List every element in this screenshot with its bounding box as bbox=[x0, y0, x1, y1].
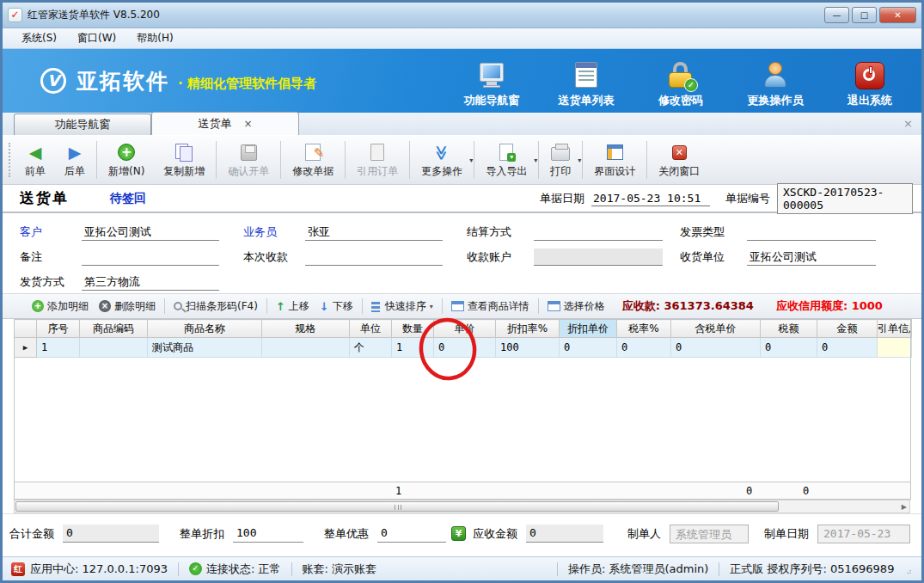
col-header-tax-amount[interactable]: 税额 bbox=[761, 320, 817, 338]
modify-order-button[interactable]: 修改单据 bbox=[283, 136, 343, 184]
doc-no-field: XSCKD-20170523-000005 bbox=[777, 183, 913, 214]
salesman-field[interactable]: 张亚 bbox=[305, 224, 443, 241]
cell-discount-rate[interactable]: 100 bbox=[496, 338, 560, 358]
scroll-right-arrow-icon[interactable]: ▶ bbox=[902, 503, 907, 511]
main-toolbar: ◀ 前单 ▶ 后单 + 新增(N) 复制新增 确认开单 修改单据 引用订单 bbox=[3, 136, 921, 185]
col-header-unit[interactable]: 单位 bbox=[350, 320, 392, 338]
make-date-label: 制单日期 bbox=[764, 526, 809, 542]
minimize-button[interactable]: — bbox=[824, 7, 849, 23]
magnifier-icon bbox=[174, 302, 182, 310]
move-down-button[interactable]: ↓下移 bbox=[315, 299, 358, 314]
select-price-button[interactable]: 选择价格 bbox=[542, 299, 610, 314]
cell-price-with-tax[interactable]: 0 bbox=[671, 338, 761, 358]
tab-close-icon[interactable]: × bbox=[243, 118, 252, 130]
print-button[interactable]: 打印 ▾ bbox=[541, 136, 580, 184]
col-header-price-with-tax[interactable]: 含税单价 bbox=[671, 320, 761, 338]
title-bar: ✓ 红管家送货单软件 V8.5.200 — □ ✕ bbox=[3, 3, 921, 28]
cell-unit[interactable]: 个 bbox=[350, 338, 392, 358]
col-header-discount-price[interactable]: 折扣单价 bbox=[560, 320, 617, 338]
copy-new-button[interactable]: 复制新增 bbox=[154, 136, 214, 184]
prev-order-button[interactable]: ◀ 前单 bbox=[15, 136, 55, 184]
total-amount-field[interactable]: 0 bbox=[63, 525, 159, 543]
horizontal-scrollbar[interactable]: ▶ bbox=[14, 500, 910, 513]
switch-operator-button[interactable]: 更换操作员 bbox=[739, 62, 811, 108]
add-detail-button[interactable]: +添加明细 bbox=[27, 299, 94, 314]
ship-method-field[interactable]: 第三方物流 bbox=[82, 273, 219, 291]
maximize-button[interactable]: □ bbox=[852, 7, 877, 23]
new-order-button[interactable]: + 新增(N) bbox=[99, 136, 154, 184]
cell-tax-rate[interactable]: 0 bbox=[617, 338, 671, 358]
exit-system-button[interactable]: 退出系统 bbox=[834, 62, 906, 108]
tab-nav-window[interactable]: 功能导航窗 bbox=[14, 114, 151, 135]
summary-row: 1 0 0 bbox=[14, 482, 911, 500]
cell-spec[interactable] bbox=[262, 338, 350, 358]
col-header-product-code[interactable]: 商品编码 bbox=[80, 320, 148, 338]
col-header-product-name[interactable]: 商品名称 bbox=[148, 320, 262, 338]
receiver-field[interactable]: 亚拓公司测试 bbox=[747, 249, 876, 266]
dropdown-caret-icon[interactable]: ▾ bbox=[534, 156, 537, 164]
doc-date-label: 单据日期 bbox=[540, 191, 584, 206]
row-selector-icon[interactable]: ▶ bbox=[15, 338, 37, 358]
menu-system[interactable]: 系统(S) bbox=[11, 28, 67, 48]
col-header-amount[interactable]: 金额 bbox=[817, 320, 878, 338]
cell-seq[interactable]: 1 bbox=[37, 338, 80, 358]
receivable-amount-field[interactable]: 0 bbox=[526, 525, 603, 543]
col-header-spec[interactable]: 规格 bbox=[262, 320, 350, 338]
move-up-button[interactable]: ↑上移 bbox=[271, 299, 315, 314]
view-product-detail-button[interactable]: 查看商品详情 bbox=[446, 299, 535, 314]
cell-ref-info[interactable] bbox=[878, 338, 912, 358]
close-button[interactable]: ✕ bbox=[879, 7, 916, 23]
ui-design-button[interactable]: 界面设计 bbox=[584, 136, 645, 184]
order-discount-field[interactable]: 100 bbox=[233, 525, 303, 543]
cell-tax-amount[interactable]: 0 bbox=[761, 338, 817, 358]
customer-field[interactable]: 亚拓公司测试 bbox=[82, 224, 219, 241]
brand-slogan: · 精细化管理软件倡导者 bbox=[178, 76, 316, 92]
order-form: 客户 亚拓公司测试 业务员 张亚 结算方式 发票类型 备注 本次收款 收款账户 … bbox=[3, 213, 921, 293]
copy-icon bbox=[175, 141, 193, 163]
cell-product-code[interactable] bbox=[80, 338, 148, 358]
dropdown-caret-icon[interactable]: ▾ bbox=[469, 156, 473, 164]
delete-detail-button[interactable]: ×删除明细 bbox=[94, 299, 161, 314]
col-header-tax-rate[interactable]: 税率% bbox=[617, 320, 671, 338]
cell-amount[interactable]: 0 bbox=[817, 338, 878, 358]
scrollbar-thumb[interactable] bbox=[15, 501, 779, 512]
change-password-button[interactable]: ✓ 修改密码 bbox=[645, 62, 717, 108]
yen-icon: ¥ bbox=[451, 526, 466, 541]
annotation-circle bbox=[416, 316, 480, 383]
close-window-icon: ✕ bbox=[672, 141, 687, 163]
account-field[interactable] bbox=[534, 249, 663, 266]
toolbar-separator bbox=[280, 141, 281, 179]
doc-date-field[interactable]: 2017-05-23 10:51 bbox=[591, 191, 710, 206]
invoice-type-field[interactable] bbox=[747, 224, 876, 241]
menu-window[interactable]: 窗口(W) bbox=[67, 28, 126, 48]
import-export-button[interactable]: 导入导出 ▾ bbox=[476, 136, 536, 184]
delivery-list-button[interactable]: 送货单列表 bbox=[550, 62, 622, 108]
col-header-discount-rate[interactable]: 折扣率% bbox=[496, 320, 560, 338]
toolbar-grip bbox=[9, 143, 13, 177]
next-order-button[interactable]: ▶ 后单 bbox=[55, 136, 95, 184]
scan-barcode-button[interactable]: 扫描条形码(F4) bbox=[168, 299, 263, 314]
order-preferential-field[interactable]: 0 bbox=[377, 525, 446, 543]
col-header-seq[interactable]: 序号 bbox=[37, 320, 80, 338]
order-discount-label: 整单折扣 bbox=[180, 526, 224, 542]
tabarea-close-icon[interactable]: × bbox=[903, 117, 913, 130]
tab-delivery-order[interactable]: 送货单 × bbox=[151, 112, 299, 135]
remark-field[interactable] bbox=[82, 249, 219, 266]
payment-field[interactable] bbox=[305, 249, 443, 266]
toolbar-separator bbox=[474, 141, 474, 179]
quick-sort-button[interactable]: 快速排序▾ bbox=[366, 299, 438, 314]
brand-block: V 亚拓软件 · 精细化管理软件倡导者 bbox=[40, 67, 316, 95]
cell-discount-price[interactable]: 0 bbox=[560, 338, 617, 358]
cell-product-name[interactable]: 测试商品 bbox=[148, 338, 262, 358]
dropdown-caret-icon[interactable]: ▾ bbox=[578, 156, 581, 164]
settlement-field[interactable] bbox=[534, 224, 663, 241]
more-actions-button[interactable]: ≫ 更多操作 ▾ bbox=[412, 136, 472, 184]
resize-grip-icon[interactable]: ⣠ bbox=[906, 565, 913, 574]
nav-window-button[interactable]: 功能导航窗 bbox=[456, 62, 528, 108]
user-icon bbox=[761, 62, 790, 89]
menu-help[interactable]: 帮助(H) bbox=[126, 28, 183, 48]
delete-circle-icon: × bbox=[99, 300, 111, 312]
account-label: 收款账户 bbox=[467, 249, 534, 265]
close-window-button[interactable]: ✕ 关闭窗口 bbox=[649, 136, 709, 184]
col-header-ref-info[interactable]: 引单信息 bbox=[878, 320, 912, 338]
